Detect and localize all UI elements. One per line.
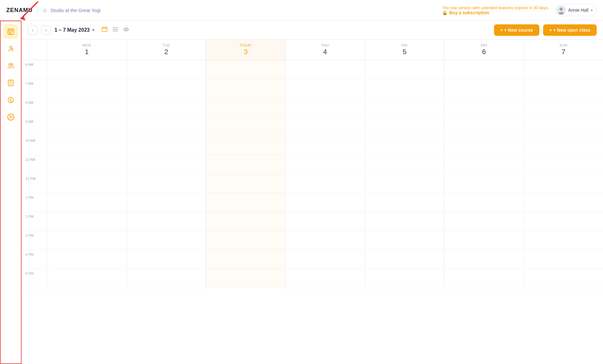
calendar-cell-wed[interactable] [206,174,285,193]
calendar-cell-fri[interactable] [365,155,444,174]
calendar-cell-sun[interactable] [523,174,603,193]
calendar-cell-tue[interactable] [126,155,206,174]
calendar-cell-sat[interactable] [444,269,524,288]
eye-view-icon[interactable] [122,25,130,35]
calendar-cell-tue[interactable] [126,269,206,288]
calendar-cell-mon[interactable] [47,117,126,136]
calendar-cell-sat[interactable] [444,212,524,231]
calendar-cell-mon[interactable] [47,136,126,155]
calendar-cell-sat[interactable] [444,231,524,250]
calendar-cell-sat[interactable] [444,193,524,212]
calendar-cell-tue[interactable] [126,136,206,155]
calendar-cell-sat[interactable] [444,98,524,117]
calendar-cell-wed[interactable] [206,155,285,174]
calendar-cell-mon[interactable] [47,98,126,117]
calendar-cell-mon[interactable] [47,174,126,193]
calendar-cell-wed[interactable] [206,117,285,136]
calendar-cell-mon[interactable] [47,212,126,231]
calendar-cell-thu[interactable] [285,269,365,288]
calendar-cell-wed[interactable] [206,231,285,250]
calendar-cell-fri[interactable] [365,231,444,250]
calendar-cell-thu[interactable] [285,60,365,79]
calendar-cell-wed[interactable] [206,79,285,98]
calendar-cell-sun[interactable] [523,193,603,212]
calendar-cell-fri[interactable] [365,212,444,231]
buy-subscription-button[interactable]: 🔒 Buy a subscription [442,10,549,15]
calendar-cell-wed[interactable] [206,193,285,212]
calendar-cell-mon[interactable] [47,231,126,250]
calendar-cell-thu[interactable] [285,231,365,250]
calendar-cell-wed[interactable] [206,212,285,231]
calendar-cell-thu[interactable] [285,79,365,98]
sidebar-item-calendar[interactable] [3,24,18,39]
home-icon[interactable]: ⌂ [43,7,47,14]
user-menu[interactable]: Annie Hall ▾ [555,4,597,16]
calendar-cell-sat[interactable] [444,79,524,98]
sidebar-item-payments[interactable] [3,93,18,107]
calendar-cell-mon[interactable] [47,250,126,269]
calendar-cell-mon[interactable] [47,193,126,212]
calendar-cell-fri[interactable] [365,117,444,136]
calendar-cell-sun[interactable] [523,60,603,79]
calendar-cell-mon[interactable] [47,155,126,174]
calendar-cell-sat[interactable] [444,250,524,269]
calendar-cell-fri[interactable] [365,269,444,288]
calendar-cell-tue[interactable] [126,174,206,193]
calendar-cell-wed[interactable] [206,136,285,155]
calendar-cell-thu[interactable] [285,174,365,193]
calendar-cell-sun[interactable] [523,231,603,250]
calendar-cell-tue[interactable] [126,212,206,231]
calendar-cell-sun[interactable] [523,212,603,231]
calendar-cell-sun[interactable] [523,117,603,136]
calendar-cell-thu[interactable] [285,212,365,231]
calendar-cell-sun[interactable] [523,136,603,155]
calendar-cell-tue[interactable] [126,193,206,212]
calendar-cell-thu[interactable] [285,136,365,155]
calendar-cell-fri[interactable] [365,98,444,117]
calendar-cell-sat[interactable] [444,60,524,79]
calendar-cell-sat[interactable] [444,136,524,155]
calendar-cell-tue[interactable] [126,79,206,98]
new-course-button[interactable]: + + New course [494,24,539,36]
calendar-cell-sun[interactable] [523,79,603,98]
calendar-cell-wed[interactable] [206,250,285,269]
calendar-cell-thu[interactable] [285,250,365,269]
calendar-cell-fri[interactable] [365,250,444,269]
calendar-cell-tue[interactable] [126,60,206,79]
prev-week-button[interactable]: ‹ [28,25,37,35]
calendar-cell-mon[interactable] [47,79,126,98]
calendar-cell-fri[interactable] [365,136,444,155]
calendar-cell-thu[interactable] [285,98,365,117]
sidebar-item-settings[interactable] [3,110,18,124]
sidebar-item-courses[interactable] [3,76,18,90]
calendar-cell-sun[interactable] [523,155,603,174]
sidebar-item-classes[interactable] [3,41,18,56]
calendar-cell-fri[interactable] [365,60,444,79]
calendar-cell-mon[interactable] [47,269,126,288]
calendar-cell-fri[interactable] [365,174,444,193]
calendar-view-icon[interactable] [100,25,109,35]
calendar-cell-thu[interactable] [285,193,365,212]
calendar-cell-sat[interactable] [444,117,524,136]
calendar-cell-thu[interactable] [285,117,365,136]
calendar-cell-sun[interactable] [523,98,603,117]
calendar-cell-sat[interactable] [444,155,524,174]
calendar-cell-tue[interactable] [126,98,206,117]
calendar-cell-sun[interactable] [523,269,603,288]
calendar-cell-wed[interactable] [206,269,285,288]
calendar-cell-thu[interactable] [285,155,365,174]
date-range-selector[interactable]: 1 – 7 May 2023 ▾ [55,27,94,33]
calendar-cell-fri[interactable] [365,193,444,212]
calendar-cell-mon[interactable] [47,60,126,79]
list-view-icon[interactable] [111,25,119,35]
calendar-cell-wed[interactable] [206,60,285,79]
next-week-button[interactable]: › [41,25,51,35]
calendar-cell-tue[interactable] [126,117,206,136]
new-open-class-button[interactable]: + + New open class [543,24,597,36]
calendar-cell-tue[interactable] [126,250,206,269]
calendar-cell-wed[interactable] [206,98,285,117]
calendar-cell-fri[interactable] [365,79,444,98]
calendar-cell-sun[interactable] [523,250,603,269]
calendar-cell-sat[interactable] [444,174,524,193]
sidebar-item-clients[interactable] [3,59,18,73]
